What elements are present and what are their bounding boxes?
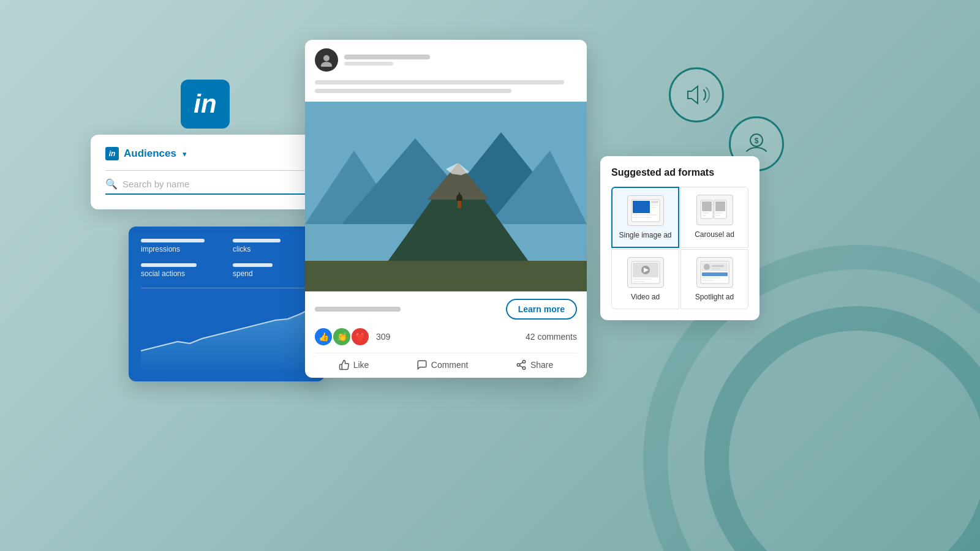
- post-reactions: 👍 👏 ❤️ 309 42 comments: [315, 328, 577, 345]
- linkedin-logo-text: in: [194, 89, 216, 119]
- svg-rect-31: [715, 201, 725, 211]
- single-image-ad-label: Single image ad: [619, 231, 671, 239]
- svg-rect-38: [633, 279, 651, 280]
- mountain-svg: [305, 102, 587, 291]
- svg-rect-44: [712, 268, 720, 269]
- impressions-bar: [141, 239, 205, 242]
- avatar-icon: [320, 53, 333, 67]
- svg-rect-39: [633, 281, 645, 282]
- chart-area: [141, 296, 312, 369]
- spotlight-ad-icon: [696, 257, 733, 288]
- search-input[interactable]: Search by name: [123, 179, 189, 189]
- spotlight-ad-item[interactable]: Spotlight ad: [680, 249, 748, 309]
- svg-rect-27: [702, 201, 712, 211]
- megaphone-icon: [683, 81, 710, 108]
- svg-line-18: [519, 362, 522, 364]
- money-icon: $: [743, 130, 770, 157]
- clicks-label: clicks: [233, 245, 312, 253]
- svg-rect-28: [702, 212, 709, 214]
- reaction-like-icon: 👍: [315, 328, 332, 345]
- post-text-bar2: [315, 89, 511, 93]
- video-ad-item[interactable]: Video ad: [611, 249, 679, 309]
- video-ad-icon: [627, 257, 664, 288]
- post-progress-bar: [315, 307, 401, 312]
- reaction-clap-icon: 👏: [333, 328, 350, 345]
- carousel-ad-item[interactable]: Carousel ad: [680, 187, 748, 248]
- post-sub-bar: [344, 62, 393, 66]
- svg-point-16: [522, 367, 526, 370]
- svg-rect-23: [651, 207, 656, 208]
- post-text-bar1: [315, 80, 564, 84]
- clicks-bar: [233, 239, 281, 242]
- comments-count: 42 comments: [526, 332, 577, 342]
- search-icon: 🔍: [105, 178, 118, 190]
- post-actions: Like Comment Share: [315, 353, 577, 370]
- ad-formats-panel: Suggested ad formats Single image ad: [600, 156, 760, 320]
- social-actions-bar: [141, 263, 197, 267]
- post-text-lines: [305, 80, 587, 102]
- chart-svg: [141, 296, 312, 369]
- post-footer: Learn more 👍 👏 ❤️ 309 42 comments Like C…: [305, 291, 587, 378]
- spend-bar: [233, 263, 273, 267]
- svg-rect-45: [702, 272, 728, 276]
- post-card: Learn more 👍 👏 ❤️ 309 42 comments Like C…: [305, 40, 587, 378]
- carousel-ad-label: Carousel ad: [695, 230, 734, 239]
- linkedin-small-icon: in: [105, 147, 119, 160]
- stat-social-actions: social actions: [141, 263, 221, 278]
- stats-divider: [141, 288, 312, 288]
- search-row[interactable]: 🔍 Search by name: [105, 178, 315, 195]
- single-image-ad-icon: [627, 195, 664, 226]
- video-ad-label: Video ad: [631, 293, 660, 301]
- svg-rect-47: [702, 280, 714, 281]
- like-icon: [339, 359, 350, 370]
- post-name-bar: [344, 54, 430, 59]
- post-user-info: [344, 54, 430, 66]
- spend-label: spend: [233, 269, 312, 278]
- like-button[interactable]: Like: [339, 359, 369, 370]
- svg-rect-24: [633, 214, 657, 216]
- svg-rect-33: [715, 215, 720, 216]
- svg-rect-21: [651, 201, 658, 203]
- spotlight-ad-label: Spotlight ad: [695, 293, 734, 301]
- linkedin-logo: in: [181, 80, 230, 129]
- svg-point-14: [522, 361, 526, 364]
- single-image-ad-item[interactable]: Single image ad: [611, 187, 679, 248]
- reaction-heart-icon: ❤️: [352, 328, 369, 345]
- bg-arc-1: [704, 306, 980, 551]
- share-button[interactable]: Share: [516, 359, 553, 370]
- post-avatar: [315, 48, 338, 72]
- svg-rect-25: [633, 217, 651, 218]
- comment-icon: [417, 359, 428, 370]
- comment-button[interactable]: Comment: [417, 359, 469, 370]
- svg-line-17: [519, 365, 522, 367]
- svg-rect-22: [651, 204, 658, 206]
- audiences-title: Audiences: [124, 148, 176, 160]
- svg-point-15: [517, 364, 520, 367]
- social-actions-label: social actions: [141, 269, 221, 278]
- carousel-ad-icon: [696, 195, 733, 225]
- audiences-dropdown-icon[interactable]: ▾: [183, 149, 187, 159]
- post-image: [305, 102, 587, 291]
- ad-formats-title: Suggested ad formats: [611, 167, 748, 178]
- svg-rect-32: [715, 212, 723, 214]
- svg-rect-12: [458, 201, 461, 208]
- svg-rect-43: [712, 265, 724, 267]
- stat-impressions: impressions: [141, 239, 221, 253]
- svg-rect-29: [702, 215, 707, 216]
- svg-point-0: [323, 55, 330, 61]
- svg-text:$: $: [755, 137, 759, 145]
- learn-more-button[interactable]: Learn more: [506, 299, 577, 320]
- svg-rect-20: [633, 201, 650, 213]
- stats-grid: impressions clicks social actions spend: [141, 239, 312, 278]
- megaphone-circle: [669, 67, 724, 122]
- reaction-count: 309: [376, 332, 390, 342]
- share-icon: [516, 359, 527, 370]
- impressions-label: impressions: [141, 245, 221, 253]
- audiences-divider: [105, 170, 315, 171]
- audiences-header: in Audiences ▾: [105, 147, 315, 160]
- ad-formats-grid: Single image ad Carousel ad: [611, 187, 748, 309]
- stat-clicks: clicks: [233, 239, 312, 253]
- svg-point-42: [704, 264, 710, 270]
- svg-rect-9: [305, 261, 587, 291]
- post-bar-row: Learn more: [315, 299, 577, 320]
